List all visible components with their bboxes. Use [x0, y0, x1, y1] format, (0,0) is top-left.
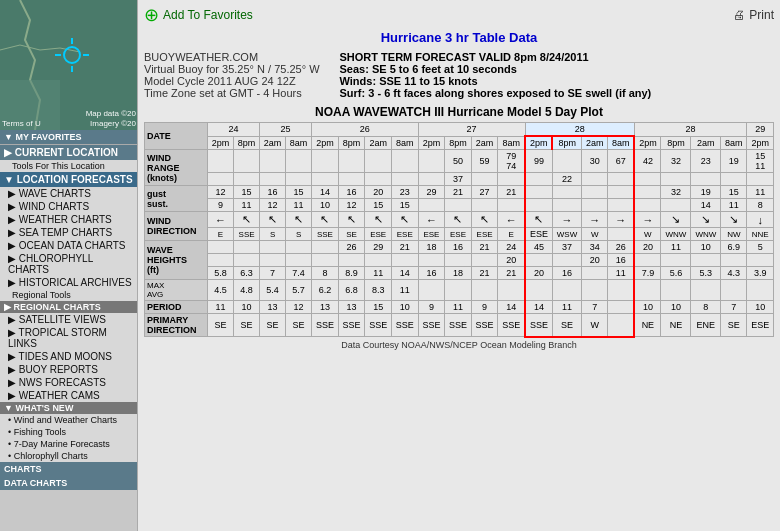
- print-label: Print: [749, 8, 774, 22]
- sidebar-item-regional-tools[interactable]: Regional Tools: [0, 289, 137, 301]
- h-2pm6: 2pm: [747, 136, 774, 150]
- data-courtesy: Data Courtesy NOAA/NWS/NCEP Ocean Modeli…: [144, 340, 774, 350]
- sidebar-item-regional-charts[interactable]: ▶ REGIONAL CHARTS: [0, 301, 137, 313]
- gust-row: gustsust. 12 15 16 15 14 16 20 23 29 21 …: [145, 186, 774, 199]
- winds: Winds: SSE 11 to 15 knots: [340, 75, 652, 87]
- max-avg-labels: MAXAVG: [145, 280, 208, 301]
- sidebar-item-wind-charts[interactable]: ▶ WIND CHARTS: [0, 200, 137, 213]
- seas: Seas: SE 5 to 6 feet at 10 seconds: [340, 63, 652, 75]
- location: Virtual Buoy for 35.25° N / 75.25° W: [144, 63, 320, 75]
- forecast-left: BUOYWEATHER.COM Virtual Buoy for 35.25° …: [144, 51, 320, 99]
- h-2pm2: 2pm: [312, 136, 339, 150]
- table-wrapper: DATE 24 25 26 27 28 28 29 2pm 8pm 2am 8a…: [144, 122, 774, 338]
- sidebar-item-chlorophyll-charts[interactable]: ▶ CHLOROPHYLL CHARTS: [0, 252, 137, 276]
- forecast-right: SHORT TERM FORECAST VALID 8pm 8/24/2011 …: [340, 51, 652, 99]
- h-2am3: 2am: [471, 136, 498, 150]
- period-label: PERIOD: [145, 301, 208, 314]
- add-favorites-label: Add To Favorites: [163, 8, 253, 22]
- sidebar-item-current-location[interactable]: ▶ CURRENT LOCATION: [0, 145, 137, 160]
- h-8pm4: 8pm: [552, 136, 581, 150]
- star-icon: ⊕: [144, 4, 159, 26]
- header-row-hour: 2pm 8pm 2am 8am 2pm 8pm 2am 8am 2pm 8pm …: [145, 136, 774, 150]
- sidebar-item-tropical-storm-links[interactable]: ▶ TROPICAL STORM LINKS: [0, 326, 137, 350]
- wind-dir-label: WINDDIRECTION: [145, 212, 208, 241]
- wave-heights-label: WAVEHEIGHTS(ft): [145, 241, 208, 280]
- timezone: Time Zone set at GMT - 4 Hours: [144, 87, 320, 99]
- h-2am: 2am: [260, 136, 286, 150]
- gust-label: gustsust.: [145, 186, 208, 212]
- h-8am2: 8am: [391, 136, 418, 150]
- h-8am3: 8am: [498, 136, 525, 150]
- date-25: 25: [260, 123, 312, 137]
- h-2am5: 2am: [691, 136, 721, 150]
- wind-dir-row: WINDDIRECTION →: [145, 212, 774, 228]
- sust-row: 9 11 12 11 10 12 15 15: [145, 199, 774, 212]
- add-favorites-button[interactable]: ⊕ Add To Favorites: [144, 4, 253, 26]
- wave-heights-row2: 20 20 16: [145, 254, 774, 267]
- sidebar-item-wind-weather[interactable]: Wind and Weather Charts: [0, 414, 137, 426]
- map-terms: Terms of U: [2, 119, 41, 128]
- forecast-header: BUOYWEATHER.COM Virtual Buoy for 35.25° …: [144, 51, 774, 99]
- sidebar-item-nws-forecasts[interactable]: ▶ NWS FORECASTS: [0, 376, 137, 389]
- sidebar-item-ocean-data-charts[interactable]: ▶ OCEAN DATA CHARTS: [0, 239, 137, 252]
- my-favorites-title: ▼ MY FAVORITES: [0, 130, 137, 145]
- h-2pm4: 2pm: [525, 136, 552, 150]
- printer-icon: 🖨: [733, 8, 745, 22]
- date-29: 29: [747, 123, 774, 137]
- top-bar: ⊕ Add To Favorites 🖨 Print: [144, 4, 774, 26]
- primary-dir-row: PRIMARYDIRECTION SE SE SE SE SSE SSE SSE…: [145, 314, 774, 337]
- h-8pm3: 8pm: [445, 136, 472, 150]
- sidebar-item-wave-charts[interactable]: ▶ WAVE CHARTS: [0, 187, 137, 200]
- header-row-date: DATE 24 25 26 27 28 28 29: [145, 123, 774, 137]
- sidebar-item-tools-for-location[interactable]: Tools For This Location: [0, 160, 137, 172]
- h-8am5: 8am: [721, 136, 747, 150]
- sidebar-item-weather-charts[interactable]: ▶ WEATHER CHARTS: [0, 213, 137, 226]
- table-title: NOAA WAVEWATCH III Hurricane Model 5 Day…: [144, 105, 774, 119]
- sidebar-item-fishing-tools[interactable]: Fishing Tools: [0, 426, 137, 438]
- date-28a: 28: [525, 123, 634, 137]
- sidebar-item-sea-temp-charts[interactable]: ▶ SEA TEMP CHARTS: [0, 226, 137, 239]
- date-24: 24: [208, 123, 260, 137]
- charts-section-title: CHARTS: [0, 462, 137, 476]
- page-title: Hurricane 3 hr Table Data: [144, 30, 774, 45]
- sidebar-item-7day-forecasts[interactable]: 7-Day Marine Forecasts: [0, 438, 137, 450]
- wind-range-label: WINDRANGE(knots): [145, 150, 208, 186]
- data-charts-section-title: DATA CHARTS: [0, 476, 137, 490]
- data-table: DATE 24 25 26 27 28 28 29 2pm 8pm 2am 8a…: [144, 122, 774, 338]
- h-2am2: 2am: [365, 136, 392, 150]
- sidebar-item-chlorophyll-charts2[interactable]: Chlorophyll Charts: [0, 450, 137, 462]
- sidebar: Imagery ©20 Map data ©20 Terms of U ▼ MY…: [0, 0, 138, 531]
- h-8am: 8am: [286, 136, 312, 150]
- sidebar-item-whats-new[interactable]: ▼ WHAT'S NEW: [0, 402, 137, 414]
- sidebar-item-location-forecasts[interactable]: ▼ LOCATION FORECASTS: [0, 172, 137, 187]
- date-28b: 28: [634, 123, 746, 137]
- sidebar-item-buoy-reports[interactable]: ▶ BUOY REPORTS: [0, 363, 137, 376]
- sidebar-item-satellite-views[interactable]: ▶ SATELLITE VIEWS: [0, 313, 137, 326]
- map-imagery-label: Imagery ©20: [90, 119, 136, 128]
- h-2pm: 2pm: [208, 136, 234, 150]
- primary-dir-label: PRIMARYDIRECTION: [145, 314, 208, 337]
- map-data-label: Map data ©20: [86, 109, 136, 118]
- sidebar-item-historical-archives[interactable]: ▶ HISTORICAL ARCHIVES: [0, 276, 137, 289]
- h-2pm3: 2pm: [418, 136, 445, 150]
- wind-range-row: WINDRANGE(knots) 50 59 7974 99 30: [145, 150, 774, 173]
- avg-row: MAXAVG 4.5 4.8 5.4 5.7 6.2 6.8 8.3 11: [145, 280, 774, 301]
- sidebar-item-weather-cams[interactable]: ▶ WEATHER CAMS: [0, 389, 137, 402]
- max-avg-row: 5.8 6.3 7 7.4 8 8.9 11 14 16 18 21 21 20…: [145, 267, 774, 280]
- surf: Surf: 3 - 6 ft faces along shores expose…: [340, 87, 652, 99]
- map-area: Imagery ©20 Map data ©20 Terms of U: [0, 0, 138, 130]
- h-2pm5: 2pm: [634, 136, 661, 150]
- h-2am4: 2am: [582, 136, 608, 150]
- h-8pm2: 8pm: [338, 136, 365, 150]
- sidebar-item-tides-and-moons[interactable]: ▶ TIDES AND MOONS: [0, 350, 137, 363]
- print-button[interactable]: 🖨 Print: [733, 8, 774, 22]
- wave-heights-row: WAVEHEIGHTS(ft) 26 29 21 18 16 21 24 45 …: [145, 241, 774, 254]
- h-8pm: 8pm: [234, 136, 260, 150]
- model-cycle: Model Cycle 2011 AUG 24 12Z: [144, 75, 320, 87]
- h-8am4: 8am: [608, 136, 635, 150]
- period-row: PERIOD 11 10 13 12 13 13 15 10 9 11 9 14…: [145, 301, 774, 314]
- site-name: BUOYWEATHER.COM: [144, 51, 320, 63]
- forecast-title: SHORT TERM FORECAST VALID 8pm 8/24/2011: [340, 51, 652, 63]
- date-label: DATE: [145, 123, 208, 150]
- date-27: 27: [418, 123, 525, 137]
